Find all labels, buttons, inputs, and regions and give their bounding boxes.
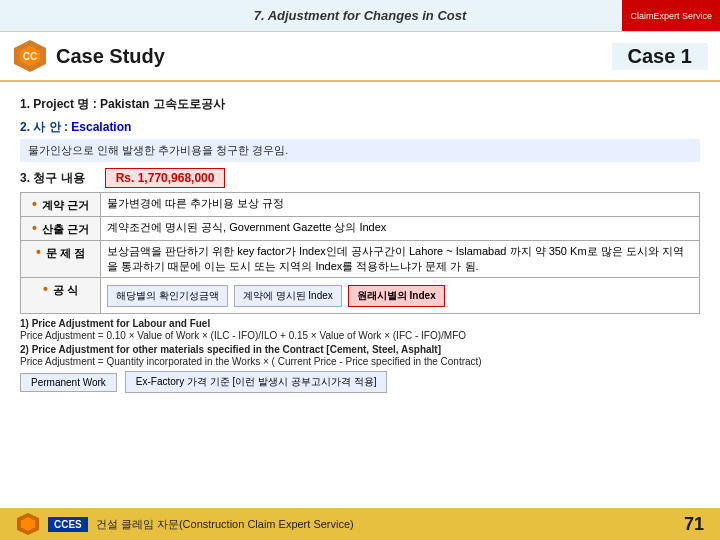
case-number: Case 1 <box>612 43 709 70</box>
row-content-3: 보상금액을 판단하기 위한 key factor가 Index인데 공사구간이 … <box>101 241 700 278</box>
adj-title-1: 1) Price Adjustment for Labour and Fuel <box>20 318 700 329</box>
row-label-2: • 산출 근거 <box>21 217 101 241</box>
header-badge: ClaimExpert Service <box>622 0 720 31</box>
footer-logo-icon <box>16 512 40 536</box>
detail-table: • 계약 근거 물가변경에 따른 추가비용 보상 규정 • 산출 근거 계약조건… <box>20 192 700 314</box>
case-study-row: CC Case Study Case 1 <box>0 32 720 82</box>
table-row: • 산출 근거 계약조건에 명시된 공식, Government Gazette… <box>21 217 700 241</box>
bullet-4: • <box>43 281 48 297</box>
table-row-formula: • 공 식 해당별의 확인기성금액 계약에 명시된 Index 원래시별의 In… <box>21 278 700 314</box>
row-label-3: • 문 제 점 <box>21 241 101 278</box>
bottom-formula-row: Permanent Work Ex-Factory 가격 기준 [이런 발생시 … <box>20 371 700 393</box>
bullet-2: • <box>32 220 37 236</box>
logo-area: CC Case Study <box>12 38 165 74</box>
section1-title: 1. Project 명 : Pakistan 고속도로공사 <box>20 96 700 113</box>
adj-formula-1: Price Adjustment = 0.10 × Value of Work … <box>20 330 700 341</box>
header-title: 7. Adjustment for Changes in Cost <box>0 8 720 23</box>
footer-page: 71 <box>684 514 704 535</box>
price-adj-1: 1) Price Adjustment for Labour and Fuel … <box>20 318 700 341</box>
bullet-1: • <box>32 196 37 212</box>
svg-text:CC: CC <box>23 51 37 62</box>
section3-title: 3. 청구 내용 <box>20 170 85 187</box>
footer: CCES 건설 클레임 자문(Construction Claim Expert… <box>0 508 720 540</box>
row-content-1: 물가변경에 따른 추가비용 보상 규정 <box>101 193 700 217</box>
formula-box-1: 해당별의 확인기성금액 <box>107 285 228 307</box>
footer-badge: CCES <box>48 517 88 532</box>
main-content: 1. Project 명 : Pakistan 고속도로공사 2. 사 안 : … <box>0 82 720 405</box>
logo-icon: CC <box>12 38 48 74</box>
escalation-label: Escalation <box>71 120 131 134</box>
price-adj-2: 2) Price Adjustment for other materials … <box>20 344 700 367</box>
description-box: 물가인상으로 인해 발생한 추가비용을 청구한 경우임. <box>20 139 700 162</box>
section3-header: 3. 청구 내용 Rs. 1,770,968,000 <box>20 168 700 188</box>
formula-box-3: 원래시별의 Index <box>348 285 445 307</box>
table-row: • 문 제 점 보상금액을 판단하기 위한 key factor가 Index인… <box>21 241 700 278</box>
footer-text: 건설 클레임 자문(Construction Claim Expert Serv… <box>96 517 354 532</box>
table-row: • 계약 근거 물가변경에 따른 추가비용 보상 규정 <box>21 193 700 217</box>
bottom-formula-box-1: Permanent Work <box>20 373 117 392</box>
formula-box-2: 계약에 명시된 Index <box>234 285 342 307</box>
bullet-3: • <box>36 244 41 260</box>
bottom-formula-box-2: Ex-Factory 가격 기준 [이런 발생시 공부고시가격 적용] <box>125 371 388 393</box>
adj-formula-2: Price Adjustment = Quantity incorporated… <box>20 356 700 367</box>
row-content-formula: 해당별의 확인기성금액 계약에 명시된 Index 원래시별의 Index <box>101 278 700 314</box>
row-content-2: 계약조건에 명시된 공식, Government Gazette 상의 Inde… <box>101 217 700 241</box>
adj-title-2: 2) Price Adjustment for other materials … <box>20 344 700 355</box>
header-bar: 7. Adjustment for Changes in Cost ClaimE… <box>0 0 720 32</box>
section2-title: 2. 사 안 : Escalation <box>20 119 700 136</box>
formula-row: 해당별의 확인기성금액 계약에 명시된 Index 원래시별의 Index <box>107 285 693 307</box>
row-label-1: • 계약 근거 <box>21 193 101 217</box>
amount-badge: Rs. 1,770,968,000 <box>105 168 226 188</box>
case-study-label: Case Study <box>56 45 165 68</box>
footer-logo-area: CCES 건설 클레임 자문(Construction Claim Expert… <box>16 512 354 536</box>
row-label-4: • 공 식 <box>21 278 101 314</box>
